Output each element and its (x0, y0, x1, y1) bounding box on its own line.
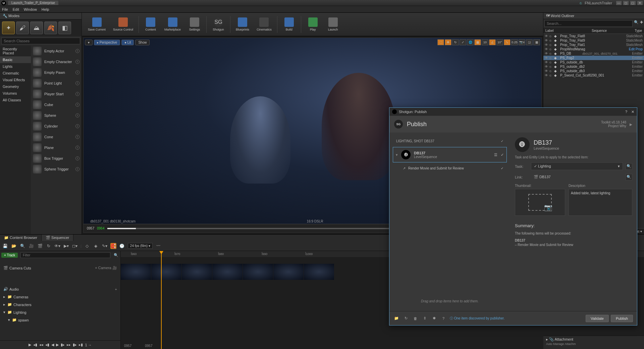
edit-icon[interactable]: ✎▾ (102, 243, 108, 249)
cat-basic[interactable]: Basic (0, 56, 31, 63)
seq-prev-frame-icon[interactable]: ◂▮ (45, 343, 49, 347)
clapper-icon[interactable]: 🎬 (37, 243, 43, 249)
curve-editor-icon[interactable]: 〰 (155, 243, 161, 249)
visibility-icon[interactable]: 👁 (545, 73, 549, 77)
snap-scale-icon[interactable]: ⤡ (504, 39, 511, 45)
outliner-search-input[interactable] (544, 20, 633, 27)
mode-landscape-icon[interactable]: ⛰ (30, 21, 43, 34)
seq-step-back-icon[interactable]: ◂◂ (39, 343, 43, 347)
info-icon[interactable]: i (75, 146, 79, 150)
visibility-icon[interactable]: 👁 (545, 69, 549, 73)
outliner-row[interactable]: 👁⎋◆PS_outside_db3Emitter (543, 69, 644, 73)
snap-toggle-icon[interactable]: 🧲 (110, 243, 116, 249)
source-control-icon[interactable]: ⎋ (580, 1, 582, 5)
publish-item[interactable]: ▾ 🅤 DB137 LevelSequence ☰ ✓ (393, 147, 507, 162)
publish-button[interactable]: Publish (611, 315, 633, 322)
outliner-row[interactable]: 👁⎋◆Prop_Tray_Flat9StaticMesh (543, 38, 644, 43)
find-in-cb-icon[interactable]: 📂 (11, 243, 17, 249)
info-icon[interactable]: i (75, 103, 79, 107)
seq-play-icon[interactable]: ▶ (56, 343, 59, 347)
info-icon[interactable]: i (75, 167, 79, 171)
scale-tool-icon[interactable]: ⤢ (460, 39, 466, 45)
help-publish-icon[interactable]: ? (440, 315, 446, 321)
save-sequence-icon[interactable]: 💾 (2, 243, 8, 249)
outliner-row[interactable]: 👁⎋◆PS_outside_db2Emitter (543, 64, 644, 69)
cat-visual-effects[interactable]: Visual Effects (0, 77, 31, 83)
add-camera-button[interactable]: + Camera 🎥 (95, 266, 117, 270)
actor-empty-pawn[interactable]: Empty Pawni (31, 67, 82, 78)
outliner-col-type[interactable]: Type (622, 29, 642, 33)
actor-plane[interactable]: Planei (31, 142, 82, 153)
fps-dropdown[interactable]: 24 fps (film) ▾ (128, 243, 153, 249)
snap-angle-icon[interactable]: ∠ (489, 39, 496, 45)
forward-icon[interactable]: ▸ (630, 121, 632, 128)
info-icon[interactable]: i (75, 49, 79, 53)
cat-volumes[interactable]: Volumes (0, 90, 31, 97)
action-check-icon[interactable]: ✓ (501, 166, 503, 170)
toolbar-save-current-button[interactable]: Save Current (85, 16, 109, 33)
clock-icon[interactable]: 🕐 (119, 243, 125, 249)
visibility-icon[interactable]: 👁 (545, 39, 549, 42)
visibility-icon[interactable]: 👁 (545, 56, 549, 60)
expand-icon[interactable]: ▾ (396, 153, 398, 157)
dialog-help-icon[interactable]: ? (625, 110, 627, 114)
menu-edit[interactable]: Edit (13, 7, 19, 11)
search-classes-input[interactable] (1, 38, 80, 44)
viewport-perspective-button[interactable]: ▸ Perspective (94, 40, 120, 45)
toolbar-launch-button[interactable]: Launch (323, 16, 343, 33)
outliner-add-icon[interactable]: ✚ (640, 20, 643, 27)
cat-cinematic[interactable]: Cinematic (0, 70, 31, 77)
characters-folder[interactable]: ▸📁Characters (0, 301, 120, 308)
snap-scale-value[interactable]: 0.25 (511, 39, 518, 45)
rotate-tool-icon[interactable]: ↻ (452, 39, 459, 45)
key-all-icon[interactable]: ◇ (84, 243, 90, 249)
camera-speed-icon[interactable]: 📷 4 (519, 39, 525, 45)
actor-empty-actor[interactable]: Empty Actori (31, 46, 82, 56)
visibility-icon[interactable]: 👁 (545, 60, 549, 64)
viewport-layout-icon[interactable]: ▦ (533, 39, 540, 45)
track-filter-input[interactable] (20, 252, 110, 258)
viewport-lit-button[interactable]: ● Lit (121, 40, 134, 45)
mode-geometry-icon[interactable]: ◧ (58, 21, 71, 34)
restore-button[interactable]: ◻ (623, 1, 629, 5)
minimize-button[interactable]: ― (616, 1, 622, 5)
expand-all-icon[interactable]: ⇕ (422, 315, 428, 321)
close-button[interactable]: ✕ (637, 1, 643, 5)
validate-button[interactable]: Validate (586, 315, 609, 322)
cat-recently-placed[interactable]: Recently Placed (0, 46, 31, 56)
eye-icon[interactable]: 👁▾ (54, 243, 60, 249)
seq-step-fwd-icon[interactable]: ▸▸ (67, 343, 71, 347)
publish-breadcrumb[interactable]: LIGHTING, SHOT DB137✓ (393, 137, 507, 145)
menu-file[interactable]: File (2, 7, 8, 11)
snap-grid-value[interactable]: 10 (482, 39, 488, 45)
cat-all-classes[interactable]: All Classes (0, 97, 31, 103)
mode-place-icon[interactable]: ✦ (2, 21, 15, 34)
outliner-row[interactable]: 👁⎋◆PS_Fog2Emitter (543, 56, 644, 60)
item-menu-icon[interactable]: ☰ (494, 153, 497, 157)
visibility-icon[interactable]: 👁 (545, 43, 549, 47)
maximize-button[interactable]: ▢ (630, 1, 636, 5)
outliner-row[interactable]: 👁⎋◆Prop_Tray_Flat1StaticMesh (543, 43, 644, 47)
actor-cone[interactable]: Conei (31, 132, 82, 142)
snap-grid-icon[interactable]: ▦ (474, 39, 481, 45)
select-mode-icon[interactable]: ◻▾ (72, 243, 78, 249)
outliner-col-label[interactable]: Label (545, 29, 592, 33)
track-filter-search-icon[interactable]: 🔍 (114, 253, 118, 257)
cat-geometry[interactable]: Geometry (0, 83, 31, 90)
viewport-menu-button[interactable]: ▾ (85, 40, 93, 45)
play-seq-icon[interactable]: ▶▾ (63, 243, 69, 249)
seq-goto-start-icon[interactable]: ▶ (29, 343, 31, 347)
cameras-folder[interactable]: ▸📁Cameras (0, 293, 120, 301)
toolbar-build-button[interactable]: Build (279, 16, 299, 33)
actor-box-trigger[interactable]: Box Triggeri (31, 153, 82, 164)
visibility-icon[interactable]: 👁 (545, 34, 549, 38)
mode-paint-icon[interactable]: 🖌 (16, 21, 29, 34)
info-icon[interactable]: i (75, 70, 79, 74)
autokey-icon[interactable]: ◈ (93, 243, 99, 249)
camera-cuts-track[interactable]: 🎬 Camera Cuts + Camera 🎥 (0, 264, 120, 272)
seq-goto-end-icon[interactable]: ▸▮ (79, 343, 83, 347)
seq-next-frame-icon[interactable]: ▮▸ (61, 343, 65, 347)
info-icon[interactable]: i (75, 124, 79, 128)
info-icon[interactable]: i (75, 81, 79, 85)
crumb-check-icon[interactable]: ✓ (501, 139, 503, 143)
